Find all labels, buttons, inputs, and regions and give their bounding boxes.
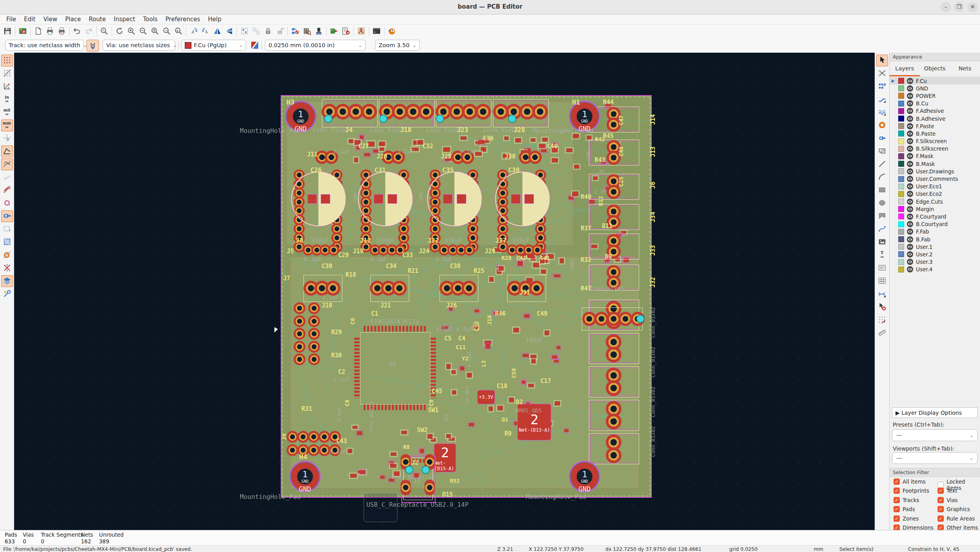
save-button[interactable] bbox=[2, 26, 13, 37]
tab-layers[interactable]: Layers bbox=[890, 61, 920, 76]
layer-row-b.fab[interactable]: B.Fab bbox=[890, 236, 980, 243]
layer-row-b.adhesive[interactable]: B.Adhesive bbox=[890, 115, 980, 122]
zoom-fit-button[interactable] bbox=[149, 26, 161, 37]
filter-tracks[interactable]: ✓Tracks bbox=[894, 497, 919, 503]
pcb-canvas[interactable]: 2Net-(D13-A)2Net-(D15-A)+3.3V1GNDGND1GND… bbox=[14, 53, 875, 530]
zoom-out-button[interactable] bbox=[137, 26, 149, 37]
add-table-button[interactable] bbox=[876, 275, 888, 287]
units-mm-button[interactable]: mm↔ bbox=[1, 120, 13, 131]
filter-footprints[interactable]: ✓Footprints bbox=[894, 488, 929, 494]
footprint-browser-button[interactable] bbox=[301, 26, 313, 37]
checkbox-icon[interactable]: ✓ bbox=[894, 478, 900, 485]
layer-row-user.4[interactable]: User.4 bbox=[890, 266, 980, 273]
layer-color-swatch[interactable] bbox=[898, 236, 904, 242]
layer-row-user.3[interactable]: User.3 bbox=[890, 258, 980, 266]
menu-view[interactable]: View bbox=[39, 15, 61, 24]
filter-all-items[interactable]: ✓All items bbox=[894, 478, 926, 485]
layer-row-user.eco2[interactable]: User.Eco2 bbox=[890, 190, 980, 198]
add-zone-button[interactable] bbox=[876, 145, 888, 157]
visibility-eye-icon[interactable] bbox=[907, 206, 913, 212]
drc-button[interactable] bbox=[340, 26, 352, 37]
layer-row-f.silkscreen[interactable]: F.Silkscreen bbox=[890, 138, 980, 145]
find-button[interactable]: A bbox=[98, 26, 110, 37]
filter-pads[interactable]: ✓Pads bbox=[894, 506, 915, 512]
fullscreen-crosshair-button[interactable] bbox=[1, 132, 13, 144]
zoom-objects-button[interactable] bbox=[161, 26, 173, 37]
layer-row-user.drawings[interactable]: User.Drawings bbox=[890, 167, 980, 175]
layer-color-swatch[interactable] bbox=[898, 191, 904, 197]
checkbox-icon[interactable] bbox=[938, 482, 944, 488]
add-dimension-button[interactable] bbox=[876, 288, 888, 300]
units-inches-button[interactable]: in↔ bbox=[1, 94, 13, 105]
layer-color-swatch[interactable] bbox=[898, 78, 904, 84]
sketch-tracks-button[interactable] bbox=[1, 184, 13, 196]
grid-origin-button[interactable] bbox=[876, 314, 888, 326]
layer-color-swatch[interactable] bbox=[898, 251, 904, 257]
layer-color-swatch[interactable] bbox=[898, 108, 904, 114]
preferences-tools-button[interactable] bbox=[1, 288, 13, 300]
visibility-eye-icon[interactable] bbox=[907, 93, 913, 99]
layer-pair-button[interactable] bbox=[249, 40, 261, 51]
filter-graphics[interactable]: ✓Graphics bbox=[938, 506, 970, 512]
delete-tool-button[interactable] bbox=[876, 301, 888, 313]
checkbox-icon[interactable]: ✓ bbox=[938, 515, 944, 522]
unlock-button[interactable] bbox=[274, 26, 286, 37]
layer-row-power[interactable]: POWER bbox=[890, 92, 980, 99]
refresh-button[interactable] bbox=[114, 26, 125, 37]
grid-dropdown[interactable]: 0.0250 mm (0.0010 in)⌄ bbox=[265, 40, 366, 51]
update-pcb-button[interactable] bbox=[328, 26, 340, 37]
rotate-ccw-button[interactable] bbox=[188, 26, 200, 37]
layer-row-margin[interactable]: Margin bbox=[890, 205, 980, 213]
visibility-eye-icon[interactable] bbox=[907, 199, 913, 205]
layer-row-f.paste[interactable]: F.Paste bbox=[890, 122, 980, 130]
draw-circle-button[interactable] bbox=[876, 197, 888, 209]
layer-color-swatch[interactable] bbox=[898, 161, 904, 167]
layer-row-b.courtyard[interactable]: B.Courtyard bbox=[890, 221, 980, 228]
visibility-eye-icon[interactable] bbox=[907, 108, 913, 114]
zone-display-mode-button[interactable] bbox=[1, 236, 13, 248]
visibility-eye-icon[interactable] bbox=[907, 244, 913, 250]
menu-tools[interactable]: Tools bbox=[139, 15, 162, 24]
sketch-graphics-button[interactable] bbox=[1, 223, 13, 235]
layer-color-swatch[interactable] bbox=[898, 199, 904, 204]
menu-preferences[interactable]: Preferences bbox=[162, 15, 204, 24]
menu-edit[interactable]: Edit bbox=[20, 15, 39, 24]
add-via-button[interactable] bbox=[876, 120, 888, 131]
lock-button[interactable] bbox=[262, 26, 274, 37]
layer-color-swatch[interactable] bbox=[898, 138, 904, 144]
layer-color-swatch[interactable] bbox=[898, 146, 904, 152]
route-diff-pairs-button[interactable] bbox=[876, 107, 888, 118]
cleanup-tracks-button[interactable] bbox=[355, 26, 367, 37]
measure-tool-button[interactable] bbox=[876, 327, 888, 339]
visibility-eye-icon[interactable] bbox=[907, 123, 913, 129]
visibility-eye-icon[interactable] bbox=[907, 168, 913, 175]
visibility-eye-icon[interactable] bbox=[907, 221, 913, 227]
visibility-eye-icon[interactable] bbox=[907, 100, 913, 107]
layer-row-f.courtyard[interactable]: F.Courtyard bbox=[890, 213, 980, 220]
page-settings-button[interactable] bbox=[32, 26, 44, 37]
via-size-dropdown[interactable]: Via: use netclass sizes⌄ bbox=[103, 40, 175, 51]
layer-row-edge.cuts[interactable]: Edge.Cuts bbox=[890, 198, 980, 205]
show-ratsnest-button[interactable] bbox=[1, 145, 13, 157]
restore-button[interactable]: ❐ bbox=[954, 2, 964, 12]
polar-coordinates-button[interactable]: rθ bbox=[1, 81, 13, 92]
undo-button[interactable] bbox=[71, 26, 83, 37]
board-setup-button[interactable] bbox=[17, 26, 29, 37]
ratsnest-mode-button[interactable] bbox=[1, 171, 13, 183]
layer-color-swatch[interactable] bbox=[898, 93, 904, 99]
curved-ratsnest-button[interactable] bbox=[1, 158, 13, 170]
layer-row-user.eco1[interactable]: User.Eco1 bbox=[890, 183, 980, 190]
layer-color-swatch[interactable] bbox=[898, 123, 904, 129]
layer-color-swatch[interactable] bbox=[898, 259, 904, 265]
layer-row-f.cu[interactable]: ▶F.Cu bbox=[890, 77, 980, 85]
draw-bezier-button[interactable] bbox=[876, 223, 888, 235]
layer-color-swatch[interactable] bbox=[898, 85, 904, 91]
minimize-button[interactable]: – bbox=[941, 2, 951, 12]
checkbox-icon[interactable]: ✓ bbox=[938, 488, 944, 494]
filter-zones[interactable]: ✓Zones bbox=[894, 515, 919, 522]
menu-help[interactable]: Help bbox=[204, 15, 225, 24]
draw-line-button[interactable] bbox=[876, 158, 888, 170]
tab-nets[interactable]: Nets bbox=[950, 61, 980, 76]
zoom-in-button[interactable] bbox=[125, 26, 137, 37]
visibility-eye-icon[interactable] bbox=[907, 116, 913, 122]
